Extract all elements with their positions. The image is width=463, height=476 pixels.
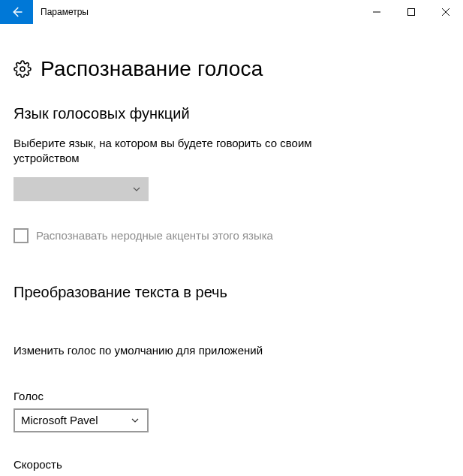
window-controls	[359, 0, 463, 24]
svg-rect-2	[408, 9, 415, 16]
titlebar: Параметры	[0, 0, 463, 24]
maximize-icon	[407, 8, 415, 16]
window-title: Параметры	[41, 7, 359, 17]
maximize-button[interactable]	[394, 0, 428, 24]
page-header: Распознавание голоса	[14, 57, 449, 81]
section-heading-tts: Преобразование текста в речь	[14, 284, 449, 301]
chevron-down-icon	[132, 185, 141, 194]
language-dropdown[interactable]	[14, 177, 149, 201]
voice-dropdown[interactable]: Microsoft Pavel	[14, 408, 149, 432]
page-title: Распознавание голоса	[41, 57, 263, 81]
content-area: Распознавание голоса Язык голосовых функ…	[0, 24, 463, 476]
language-description: Выберите язык, на котором вы будете гово…	[14, 136, 336, 167]
minimize-icon	[373, 8, 380, 16]
accent-checkbox-label: Распознавать неродные акценты этого язык…	[36, 229, 273, 242]
tts-description: Изменить голос по умолчанию для приложен…	[14, 343, 336, 358]
accent-checkbox[interactable]	[14, 228, 29, 243]
section-heading-language: Язык голосовых функций	[14, 105, 449, 122]
chevron-down-icon	[131, 416, 140, 425]
svg-point-5	[20, 67, 25, 71]
back-button[interactable]	[0, 0, 33, 24]
arrow-left-icon	[10, 5, 23, 19]
accent-checkbox-row: Распознавать неродные акценты этого язык…	[14, 228, 449, 243]
close-icon	[442, 8, 449, 16]
voice-label: Голос	[14, 390, 449, 402]
minimize-button[interactable]	[359, 0, 394, 24]
gear-icon	[14, 60, 32, 78]
close-button[interactable]	[428, 0, 463, 24]
voice-dropdown-value: Microsoft Pavel	[21, 414, 98, 426]
speed-label: Скорость	[14, 458, 449, 471]
